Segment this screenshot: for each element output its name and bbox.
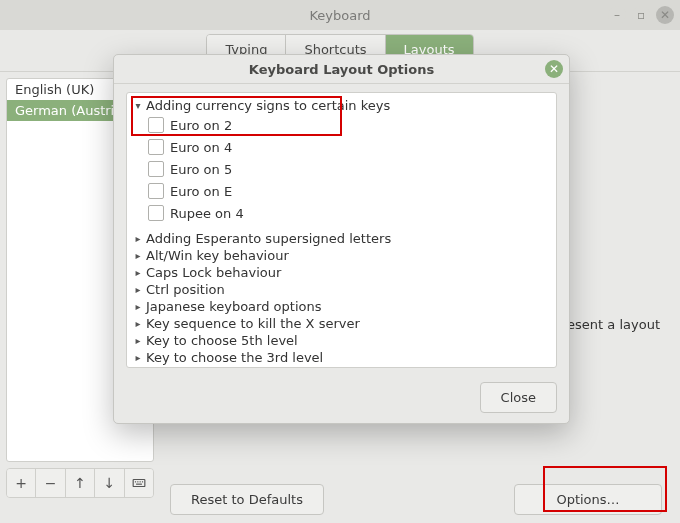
tree-option-label: Euro on 4 xyxy=(170,140,232,155)
svg-rect-2 xyxy=(137,481,138,482)
tree-group-3rdlevel[interactable]: ▸Key to choose the 3rd level xyxy=(128,349,555,366)
window-close-button[interactable]: ✕ xyxy=(656,6,674,24)
dialog-close-x-button[interactable]: ✕ xyxy=(545,60,563,78)
tree-option-rupee-4[interactable]: Rupee on 4 xyxy=(128,202,555,224)
tree-group-label: Key to choose 5th level xyxy=(146,333,298,348)
window-maximize-button[interactable]: ▫ xyxy=(632,6,650,24)
tree-group-label: Key sequence to kill the X server xyxy=(146,316,360,331)
tree-group-japanese[interactable]: ▸Japanese keyboard options xyxy=(128,298,555,315)
svg-rect-1 xyxy=(135,481,136,482)
tree-option-label: Euro on E xyxy=(170,184,232,199)
svg-rect-3 xyxy=(139,481,140,482)
tree-group-label: Korean Hangul/Hanja keys xyxy=(146,367,317,368)
titlebar: Keyboard – ▫ ✕ xyxy=(0,0,680,30)
show-keyboard-button[interactable] xyxy=(125,469,153,497)
tree-group-label: Ctrl position xyxy=(146,282,225,297)
tree-group-capslock[interactable]: ▸Caps Lock behaviour xyxy=(128,264,555,281)
tree-option-euro-e[interactable]: Euro on E xyxy=(128,180,555,202)
tree-option-label: Rupee on 4 xyxy=(170,206,244,221)
move-down-button[interactable]: ↓ xyxy=(95,469,124,497)
options-tree[interactable]: ▾ Adding currency signs to certain keys … xyxy=(126,92,557,368)
checkbox[interactable] xyxy=(148,139,164,155)
expand-icon: ▸ xyxy=(134,335,142,346)
tree-group-altwin[interactable]: ▸Alt/Win key behaviour xyxy=(128,247,555,264)
remove-layout-button[interactable]: − xyxy=(36,469,65,497)
tree-group-esperanto[interactable]: ▸Adding Esperanto supersigned letters xyxy=(128,230,555,247)
expand-icon: ▸ xyxy=(134,267,142,278)
expand-icon: ▸ xyxy=(134,233,142,244)
add-layout-button[interactable]: + xyxy=(7,469,36,497)
dialog-close-button[interactable]: Close xyxy=(480,382,557,413)
options-button[interactable]: Options… xyxy=(514,484,662,515)
reset-defaults-button[interactable]: Reset to Defaults xyxy=(170,484,324,515)
svg-rect-5 xyxy=(136,484,142,485)
svg-rect-0 xyxy=(133,480,145,487)
svg-rect-4 xyxy=(142,481,143,482)
tree-group-label: Key to choose the 3rd level xyxy=(146,350,323,365)
tree-group-korean[interactable]: ▸Korean Hangul/Hanja keys xyxy=(128,366,555,368)
keyboard-layout-options-dialog: Keyboard Layout Options ✕ ▾ Adding curre… xyxy=(113,54,570,424)
layout-toolbar: + − ↑ ↓ xyxy=(6,468,154,498)
checkbox[interactable] xyxy=(148,183,164,199)
window-minimize-button[interactable]: – xyxy=(608,6,626,24)
tree-group-ctrl[interactable]: ▸Ctrl position xyxy=(128,281,555,298)
tree-option-euro-5[interactable]: Euro on 5 xyxy=(128,158,555,180)
dialog-title: Keyboard Layout Options xyxy=(249,62,434,77)
checkbox[interactable] xyxy=(148,161,164,177)
expand-icon: ▸ xyxy=(134,301,142,312)
tree-group-label: Adding Esperanto supersigned letters xyxy=(146,231,391,246)
tree-option-label: Euro on 5 xyxy=(170,162,232,177)
tree-group-label: Japanese keyboard options xyxy=(146,299,321,314)
annotation-currency-group xyxy=(131,96,342,136)
expand-icon: ▸ xyxy=(134,318,142,329)
expand-icon: ▸ xyxy=(134,352,142,363)
tree-group-label: Caps Lock behaviour xyxy=(146,265,281,280)
expand-icon: ▸ xyxy=(134,284,142,295)
dialog-titlebar: Keyboard Layout Options ✕ xyxy=(114,55,569,84)
tree-group-label: Alt/Win key behaviour xyxy=(146,248,289,263)
checkbox[interactable] xyxy=(148,205,164,221)
tree-group-5thlevel[interactable]: ▸Key to choose 5th level xyxy=(128,332,555,349)
expand-icon: ▸ xyxy=(134,250,142,261)
tree-group-killx[interactable]: ▸Key sequence to kill the X server xyxy=(128,315,555,332)
move-up-button[interactable]: ↑ xyxy=(66,469,95,497)
keyboard-icon xyxy=(132,476,146,490)
tree-option-euro-4[interactable]: Euro on 4 xyxy=(128,136,555,158)
window-title: Keyboard xyxy=(309,8,370,23)
